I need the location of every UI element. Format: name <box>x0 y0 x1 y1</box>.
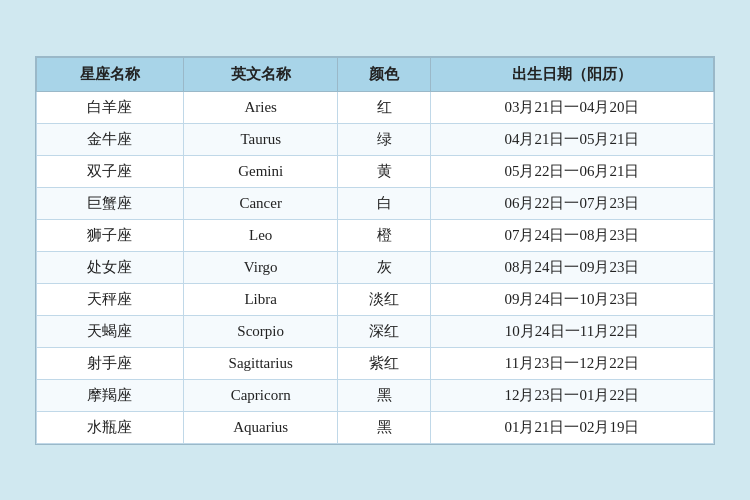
table-cell-r3-c2: 白 <box>338 187 431 219</box>
table-cell-r3-c1: Cancer <box>183 187 338 219</box>
col-header-color: 颜色 <box>338 57 431 91</box>
table-row: 双子座Gemini黄05月22日一06月21日 <box>37 155 714 187</box>
table-cell-r5-c2: 灰 <box>338 251 431 283</box>
table-cell-r1-c1: Taurus <box>183 123 338 155</box>
table-cell-r6-c1: Libra <box>183 283 338 315</box>
table-row: 射手座Sagittarius紫红11月23日一12月22日 <box>37 347 714 379</box>
table-cell-r8-c2: 紫红 <box>338 347 431 379</box>
table-cell-r10-c1: Aquarius <box>183 411 338 443</box>
table-cell-r3-c3: 06月22日一07月23日 <box>430 187 713 219</box>
table-cell-r1-c0: 金牛座 <box>37 123 184 155</box>
table-row: 水瓶座Aquarius黑01月21日一02月19日 <box>37 411 714 443</box>
table-cell-r1-c2: 绿 <box>338 123 431 155</box>
table-cell-r6-c0: 天秤座 <box>37 283 184 315</box>
table-cell-r4-c0: 狮子座 <box>37 219 184 251</box>
zodiac-table: 星座名称 英文名称 颜色 出生日期（阳历） 白羊座Aries红03月21日一04… <box>36 57 714 444</box>
table-cell-r8-c3: 11月23日一12月22日 <box>430 347 713 379</box>
col-header-chinese-name: 星座名称 <box>37 57 184 91</box>
table-cell-r6-c3: 09月24日一10月23日 <box>430 283 713 315</box>
table-row: 天蝎座Scorpio深红10月24日一11月22日 <box>37 315 714 347</box>
table-row: 天秤座Libra淡红09月24日一10月23日 <box>37 283 714 315</box>
table-cell-r10-c3: 01月21日一02月19日 <box>430 411 713 443</box>
table-cell-r4-c2: 橙 <box>338 219 431 251</box>
table-cell-r5-c3: 08月24日一09月23日 <box>430 251 713 283</box>
table-cell-r9-c3: 12月23日一01月22日 <box>430 379 713 411</box>
table-cell-r10-c2: 黑 <box>338 411 431 443</box>
table-cell-r2-c1: Gemini <box>183 155 338 187</box>
table-cell-r3-c0: 巨蟹座 <box>37 187 184 219</box>
table-cell-r7-c1: Scorpio <box>183 315 338 347</box>
table-cell-r0-c2: 红 <box>338 91 431 123</box>
table-row: 金牛座Taurus绿04月21日一05月21日 <box>37 123 714 155</box>
table-row: 狮子座Leo橙07月24日一08月23日 <box>37 219 714 251</box>
table-row: 处女座Virgo灰08月24日一09月23日 <box>37 251 714 283</box>
table-cell-r5-c1: Virgo <box>183 251 338 283</box>
table-cell-r2-c3: 05月22日一06月21日 <box>430 155 713 187</box>
table-cell-r0-c3: 03月21日一04月20日 <box>430 91 713 123</box>
table-cell-r4-c3: 07月24日一08月23日 <box>430 219 713 251</box>
table-cell-r8-c0: 射手座 <box>37 347 184 379</box>
table-cell-r6-c2: 淡红 <box>338 283 431 315</box>
table-cell-r1-c3: 04月21日一05月21日 <box>430 123 713 155</box>
table-cell-r8-c1: Sagittarius <box>183 347 338 379</box>
table-body: 白羊座Aries红03月21日一04月20日金牛座Taurus绿04月21日一0… <box>37 91 714 443</box>
table-cell-r9-c1: Capricorn <box>183 379 338 411</box>
table-cell-r7-c3: 10月24日一11月22日 <box>430 315 713 347</box>
table-cell-r9-c0: 摩羯座 <box>37 379 184 411</box>
table-row: 白羊座Aries红03月21日一04月20日 <box>37 91 714 123</box>
table-cell-r4-c1: Leo <box>183 219 338 251</box>
table-row: 巨蟹座Cancer白06月22日一07月23日 <box>37 187 714 219</box>
table-cell-r0-c0: 白羊座 <box>37 91 184 123</box>
col-header-english-name: 英文名称 <box>183 57 338 91</box>
col-header-date: 出生日期（阳历） <box>430 57 713 91</box>
table-cell-r7-c2: 深红 <box>338 315 431 347</box>
zodiac-table-container: 星座名称 英文名称 颜色 出生日期（阳历） 白羊座Aries红03月21日一04… <box>35 56 715 445</box>
table-row: 摩羯座Capricorn黑12月23日一01月22日 <box>37 379 714 411</box>
table-cell-r2-c0: 双子座 <box>37 155 184 187</box>
table-cell-r7-c0: 天蝎座 <box>37 315 184 347</box>
table-cell-r2-c2: 黄 <box>338 155 431 187</box>
table-cell-r0-c1: Aries <box>183 91 338 123</box>
table-cell-r9-c2: 黑 <box>338 379 431 411</box>
table-cell-r5-c0: 处女座 <box>37 251 184 283</box>
table-header-row: 星座名称 英文名称 颜色 出生日期（阳历） <box>37 57 714 91</box>
table-cell-r10-c0: 水瓶座 <box>37 411 184 443</box>
